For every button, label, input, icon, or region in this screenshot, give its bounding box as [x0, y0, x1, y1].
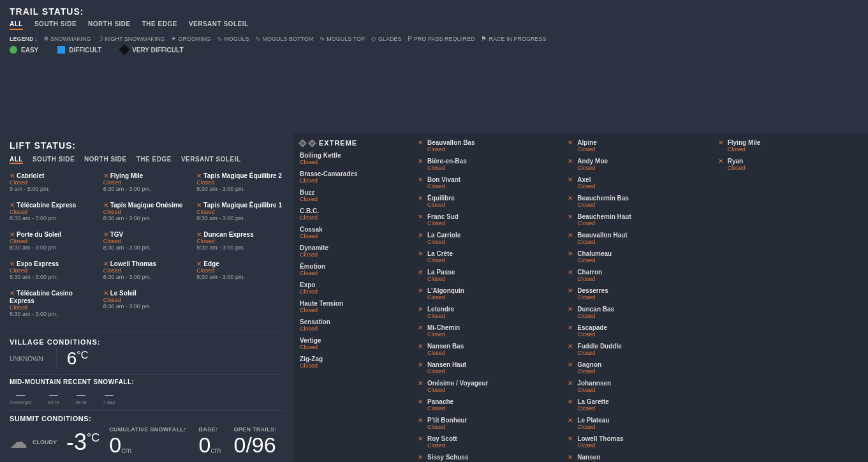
trail-status-section: TRAIL STATUS: ALL SOUTH SIDE NORTH SIDE …: [0, 0, 868, 60]
closed-icon: ✕: [418, 158, 423, 165]
snowfall-overnight: — Overnight: [10, 389, 32, 405]
closed-icon: ✕: [568, 324, 573, 331]
weather-label: CLOUDY: [33, 439, 57, 445]
trail-la-garette: ✕ La GaretteClosed: [568, 398, 711, 412]
legend-moguls-top: ∿ MOGULS TOP: [320, 35, 365, 42]
lift-item-lowell-thomas: ✕Lowell Thomas Closed 8:30 am - 3:00 pm.: [103, 260, 191, 280]
snowfall-title: MID-MOUNTAIN RECENT SNOWFALL:: [10, 378, 284, 385]
closed-icon: ✕: [568, 343, 573, 350]
lift-tab-versant[interactable]: VERSANT SOLEIL: [181, 156, 241, 164]
tab-all[interactable]: ALL: [10, 20, 23, 30]
lift-tab-north[interactable]: NORTH SIDE: [84, 156, 127, 164]
closed-icon: ✕: [568, 454, 573, 461]
closed-icon: ✕: [568, 176, 573, 183]
legend-row: LEGEND : ❄ SNOWMAKING ☽ NIGHT SNOWMAKING…: [10, 35, 858, 42]
closed-icon: ✕: [196, 202, 202, 209]
tab-north-side[interactable]: NORTH SIDE: [88, 20, 131, 30]
closed-icon: ✕: [418, 269, 423, 276]
trail-roy-scott: ✕ Roy ScottClosed: [418, 435, 561, 449]
difficulty-row: EASY DIFFICULT VERY DIFFICULT: [10, 46, 858, 54]
closed-icon: ✕: [568, 417, 573, 424]
trail-status-title: TRAIL STATUS:: [10, 6, 858, 17]
closed-icon: ✕: [568, 361, 573, 368]
stat-base: BASE: 0 cm: [199, 426, 221, 458]
tab-south-side[interactable]: SOUTH SIDE: [34, 20, 77, 30]
village-unknown-label: UNKNOWN: [10, 355, 43, 362]
lift-columns: ✕Cabriolet Closed 9 am - 5:00 pm. ✕Téléc…: [10, 172, 284, 326]
extreme-trail-boiling-kettle: Boiling Kettle Closed: [300, 152, 405, 165]
closed-icon: ✕: [418, 361, 423, 368]
closed-icon: ✕: [568, 195, 573, 202]
extreme-trail-buzz: Buzz Closed: [300, 189, 405, 202]
trail-beauvallon-haut: ✕ Beauvallon HautClosed: [568, 232, 711, 245]
closed-icon: ✕: [103, 202, 108, 209]
closed-icon: ✕: [418, 232, 423, 239]
closed-icon: ✕: [103, 260, 108, 267]
legend-night-snowmaking: ☽ NIGHT SNOWMAKING: [98, 35, 165, 42]
trail-spacer-6: [718, 269, 862, 282]
trail-sissy-schuss: ✕ Sissy SchussClosed: [418, 454, 561, 462]
closed-icon: ✕: [568, 232, 573, 239]
snowfall-24hr: — 24 hr: [48, 389, 59, 405]
difficulty-very-difficult: VERY DIFFICULT: [121, 46, 183, 54]
closed-icon: ✕: [196, 260, 202, 267]
lift-tab-edge[interactable]: THE EDGE: [136, 156, 172, 164]
trail-spacer-11: [718, 361, 862, 375]
lift-item-expo-express: ✕Expo Express Closed 8:30 am - 3:00 pm.: [10, 260, 97, 280]
trail-beauchemin-haut: ✕ Beauchemin HautClosed: [568, 213, 711, 227]
closed-icon: ✕: [418, 454, 423, 461]
lift-tab-south[interactable]: SOUTH SIDE: [33, 156, 75, 164]
trail-lowell-thomas: ✕ Lowell ThomasClosed: [568, 435, 711, 449]
main-content: LIFT STATUS: ALL SOUTH SIDE NORTH SIDE T…: [0, 134, 868, 462]
extreme-label: EXTREME: [319, 139, 357, 147]
village-conditions-title: VILLAGE CONDITIONS:: [10, 338, 284, 346]
legend-moguls-bottom: ∿ MOGULS BOTTOM: [255, 35, 313, 42]
summit-stats: CUMULATIVE SNOWFALL: 0 cm BASE: 0 cm: [109, 426, 276, 458]
summit-title: SUMMIT CONDITIONS:: [10, 415, 284, 422]
closed-icon: ✕: [196, 172, 202, 179]
trail-equilibre: ✕ ÉquilibreClosed: [418, 195, 561, 208]
trail-ryan: ✕ RyanClosed: [718, 158, 862, 171]
trail-la-passe: ✕ La PasseClosed: [418, 269, 561, 282]
closed-icon: ✕: [418, 306, 423, 313]
extreme-trail-haute-tension: Haute Tension Closed: [300, 300, 405, 313]
difficult-label: DIFFICULT: [69, 47, 101, 54]
trail-spacer-12: [718, 380, 862, 393]
closed-icon: ✕: [10, 231, 15, 238]
summit-temp: -3 °C: [66, 429, 99, 456]
trail-spacer-1: [718, 176, 862, 190]
lift-col-3: ✕Tapis Magique Équilibre 2 Closed 8:30 a…: [196, 172, 284, 326]
extreme-trail-emotion: Émotion Closed: [300, 263, 405, 276]
tab-the-edge[interactable]: THE EDGE: [142, 20, 177, 30]
closed-icon: ✕: [418, 287, 423, 294]
trail-spacer-3: [718, 213, 862, 227]
lift-item-tapis-eq1: ✕Tapis Magique Équilibre 1 Closed 8:30 a…: [196, 201, 284, 221]
closed-icon: ✕: [418, 380, 423, 387]
closed-icon: ✕: [418, 417, 423, 424]
closed-icon: ✕: [418, 435, 423, 442]
closed-icon: ✕: [418, 250, 423, 257]
very-difficult-icon: [119, 45, 130, 56]
trail-johannsen: ✕ JohannsenClosed: [568, 380, 711, 393]
closed-icon: ✕: [568, 380, 573, 387]
diamond-icon-2: [308, 139, 316, 147]
difficulty-easy: EASY: [10, 46, 38, 54]
trail-duncan-bas: ✕ Duncan BasClosed: [568, 306, 711, 319]
lift-item-porte-du-soleil: ✕Porte du Soleil Closed 8:30 am - 3:00 p…: [10, 230, 97, 251]
lift-item-cabriolet: ✕Cabriolet Closed 9 am - 5:00 pm.: [10, 172, 97, 192]
lift-status-title: LIFT STATUS:: [10, 140, 284, 151]
closed-icon: ✕: [103, 172, 108, 179]
difficulty-difficult: DIFFICULT: [57, 46, 101, 54]
tab-versant-soleil[interactable]: VERSANT SOLEIL: [189, 20, 249, 30]
closed-icon: ✕: [418, 398, 423, 405]
lift-tab-all[interactable]: ALL: [10, 156, 23, 164]
closed-icon: ✕: [103, 290, 108, 297]
trail-spacer-13: [718, 398, 862, 412]
trail-spacer-8: [718, 306, 862, 319]
trail-panache: ✕ PanacheClosed: [418, 398, 561, 412]
lift-item-tgv: ✕TGV Closed 8:30 am - 3:00 pm.: [103, 230, 191, 251]
easy-icon: [10, 46, 17, 54]
legend-race: ⚑ RACE IN PROGRESS: [481, 35, 546, 42]
legend-label: LEGEND :: [10, 36, 37, 42]
trail-spacer-9: [718, 324, 862, 338]
